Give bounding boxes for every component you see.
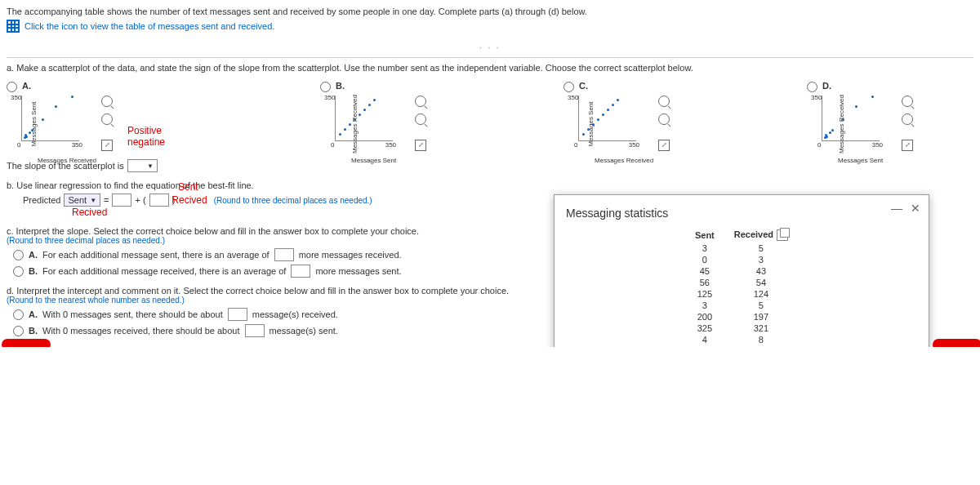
chart-d: Messages Received 350 0 350 Messages Sen… — [822, 96, 895, 153]
chart-c-zero: 0 — [574, 141, 577, 149]
da-input[interactable] — [228, 308, 247, 321]
chart-d-xlabel: Messages Sent — [838, 157, 883, 164]
option-d[interactable]: D. — [807, 81, 895, 92]
copy-icon[interactable] — [777, 229, 788, 241]
radio-cb[interactable] — [13, 266, 24, 277]
minimize-icon[interactable]: — — [891, 202, 902, 215]
option-d-label: D. — [822, 81, 831, 91]
db-pre: With 0 messages received, there should b… — [42, 326, 240, 336]
red-scribble-left — [2, 339, 51, 347]
separator — [7, 57, 973, 58]
label-b: B. — [29, 266, 38, 276]
chart-c: Messages Sent 350 0 350 Messages Receive… — [578, 96, 652, 153]
radio-da[interactable] — [13, 309, 24, 320]
radio-a[interactable] — [7, 82, 17, 92]
anno-negative: negatine — [127, 136, 165, 148]
option-a-label: A. — [22, 81, 31, 91]
table-row: 03 — [685, 254, 798, 265]
chart-b: Messages Received 350 0 350 Messages Sen… — [335, 96, 408, 153]
round-note-b: (Round to three decimal places as needed… — [214, 196, 372, 205]
expand-icon[interactable]: ⤢ — [101, 140, 113, 151]
anno-positive: Positive — [127, 125, 165, 136]
db-input[interactable] — [245, 324, 265, 337]
chart-b-zero: 0 — [331, 141, 334, 149]
table-row: 4543 — [685, 265, 798, 277]
radio-ca[interactable] — [13, 250, 24, 260]
zoom-out-icon[interactable] — [902, 113, 913, 125]
radio-d[interactable] — [807, 82, 817, 92]
table-row: 5654 — [685, 277, 798, 288]
chart-a-ymax: 350 — [11, 94, 21, 101]
da-post: message(s) received. — [252, 309, 338, 319]
ca-input[interactable] — [274, 248, 294, 261]
view-table-link[interactable]: Click the icon to view the table of mess… — [7, 20, 973, 33]
chart-b-xmax: 350 — [385, 141, 396, 149]
label-b2: B. — [29, 326, 38, 336]
chart-d-ymax: 350 — [811, 94, 822, 101]
radio-b[interactable] — [320, 82, 331, 92]
table-row: 48 — [685, 334, 798, 345]
chart-a: Messages Sent 350 0 350 Messages Receive… — [21, 96, 95, 153]
expand-icon[interactable]: ⤢ — [658, 140, 670, 151]
option-c-label: C. — [579, 81, 588, 91]
chart-a-xmax: 350 — [72, 141, 82, 149]
label-a2: A. — [29, 309, 38, 319]
cb-post: more messages sent. — [315, 266, 401, 276]
label-a: A. — [29, 250, 38, 260]
table-row: 15 — [685, 345, 798, 347]
predicted-dropdown[interactable]: Sent — [64, 194, 100, 207]
radio-c[interactable] — [564, 82, 574, 92]
intro-text: The accompanying table shows the number … — [7, 7, 973, 16]
zoom-in-icon[interactable] — [902, 96, 913, 107]
eq-plus: + ( — [135, 195, 145, 205]
chart-c-xlabel: Messages Received — [595, 157, 653, 164]
zoom-out-icon[interactable] — [658, 113, 670, 125]
zoom-out-icon[interactable] — [415, 113, 426, 125]
zoom-out-icon[interactable] — [101, 113, 113, 125]
chart-b-xlabel: Messages Sent — [351, 157, 396, 164]
option-c[interactable]: C. — [564, 81, 652, 92]
option-b[interactable]: B. — [320, 81, 408, 92]
expand-icon[interactable]: ⤢ — [415, 140, 426, 151]
cb-pre: For each additional message received, th… — [42, 266, 286, 276]
radio-db[interactable] — [13, 326, 24, 336]
zoom-in-icon[interactable] — [101, 96, 113, 107]
slope-dropdown[interactable] — [127, 159, 158, 172]
red-scribble-right — [933, 339, 980, 347]
ca-pre: For each additional message sent, there … — [42, 250, 270, 260]
zoom-in-icon[interactable] — [658, 96, 670, 107]
expand-icon[interactable]: ⤢ — [902, 140, 913, 151]
chart-a-zero: 0 — [17, 141, 20, 149]
table-icon — [7, 20, 20, 33]
chart-d-xmax: 350 — [872, 141, 883, 149]
modal-title: Messaging statistics — [566, 207, 917, 220]
view-table-text: Click the icon to view the table of mess… — [24, 21, 274, 31]
option-b-label: B. — [336, 81, 345, 91]
cb-input[interactable] — [291, 265, 310, 278]
part-a-prompt: a. Make a scatterplot of the data, and s… — [7, 63, 973, 73]
data-modal: — ✕ Messaging statistics Sent Received 3… — [554, 194, 929, 347]
table-row: 200197 — [685, 311, 798, 323]
col-recv: Received — [724, 228, 798, 242]
close-icon[interactable]: ✕ — [911, 202, 920, 215]
ca-post: more messages received. — [299, 250, 402, 260]
table-row: 35 — [685, 300, 798, 311]
data-table: Sent Received 35034543565412512435200197… — [685, 228, 798, 347]
chart-a-xlabel: Messages Received — [38, 157, 96, 164]
intercept-input[interactable] — [112, 194, 131, 207]
more-dots: · · · — [7, 42, 973, 52]
predicted-label: Predicted — [23, 195, 60, 205]
eq-equals: = — [104, 195, 109, 205]
table-row: 125124 — [685, 288, 798, 300]
col-sent: Sent — [685, 228, 724, 242]
chart-c-ymax: 350 — [568, 94, 578, 101]
slope-input[interactable] — [149, 194, 169, 207]
da-pre: With 0 messages sent, there should be ab… — [42, 309, 223, 319]
zoom-in-icon[interactable] — [415, 96, 426, 107]
anno-sent: Sent — [178, 182, 198, 193]
table-row: 325321 — [685, 323, 798, 334]
anno-stack: Sent x — [178, 182, 198, 203]
anno-recived-below: Recived — [72, 207, 107, 218]
option-a[interactable]: A. — [7, 81, 165, 92]
chart-d-zero: 0 — [817, 141, 821, 149]
